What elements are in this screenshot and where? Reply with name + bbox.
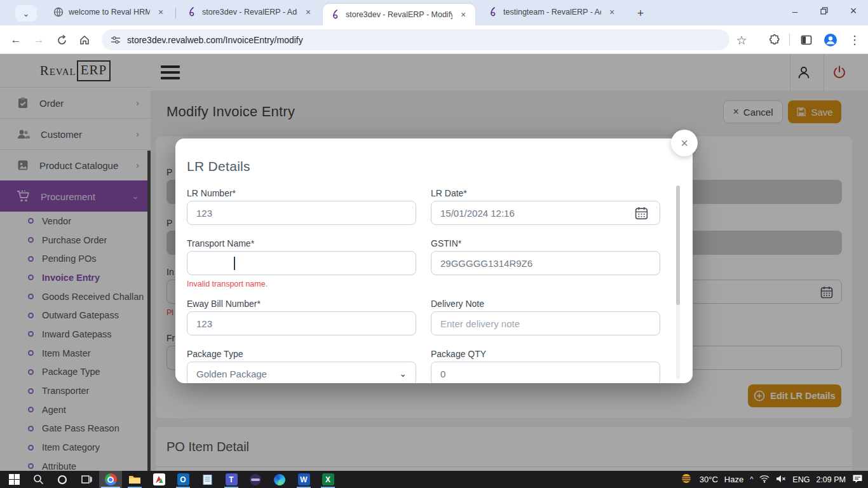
task-view-icon: [81, 474, 92, 485]
forward-button[interactable]: →: [29, 30, 48, 50]
notepad-icon: [203, 474, 212, 485]
tab-search-button[interactable]: ⌄: [15, 5, 37, 22]
lr-date-input[interactable]: [431, 201, 660, 225]
lr-number-input[interactable]: [187, 201, 416, 225]
folder-icon: [128, 474, 141, 485]
address-bar[interactable]: store3dev.revalweb.com/InvoiceEntry/modi…: [102, 29, 729, 50]
cortana-button[interactable]: [51, 471, 74, 488]
gstin-input[interactable]: [431, 251, 660, 275]
tray-language[interactable]: ENG: [792, 475, 810, 484]
eway-bill-input[interactable]: [187, 311, 416, 336]
start-button[interactable]: [3, 471, 25, 488]
chevron-down-icon: ⌄: [399, 369, 407, 379]
side-panel-icon: [801, 34, 812, 46]
wifi-icon[interactable]: [759, 475, 770, 485]
tray-condition[interactable]: Haze: [724, 475, 743, 484]
task-view-button[interactable]: [75, 471, 98, 488]
reload-icon: [57, 35, 67, 46]
package-type-value: Golden Package: [196, 369, 267, 379]
tray-clock[interactable]: 2:09 PM: [816, 475, 846, 484]
browser-tabstrip: ⌄ welcome to Reval HRMS × store3dev - Re…: [0, 0, 868, 25]
action-center-icon[interactable]: [852, 474, 863, 485]
taskbar-eclipse-icon[interactable]: [244, 471, 267, 488]
modal-close-button[interactable]: ×: [671, 130, 698, 156]
browser-tab-1[interactable]: welcome to Reval HRMS ×: [46, 0, 173, 24]
browser-tab-4[interactable]: testingteam - RevalERP - Add V ×: [480, 0, 624, 24]
volume-muted-icon[interactable]: [776, 475, 786, 485]
tab-close-button[interactable]: ×: [606, 6, 618, 18]
bookmark-star-button[interactable]: ☆: [732, 30, 751, 50]
revalerp-icon: [330, 10, 341, 20]
taskbar: O T W X 30°C Haze ^: [0, 471, 868, 488]
package-qty-label: Package QTY: [431, 349, 486, 359]
tab-close-button[interactable]: ×: [302, 6, 314, 18]
system-tray: 30°C Haze ^ ENG 2:09 PM: [679, 471, 868, 488]
globe-icon: [53, 7, 64, 17]
site-settings-icon: [111, 35, 121, 45]
taskbar-excel-icon[interactable]: X: [316, 471, 339, 488]
home-icon: [79, 34, 90, 46]
taskbar-edge-icon[interactable]: [268, 471, 291, 488]
transport-name-label: Transport Name*: [187, 238, 254, 248]
side-panel-button[interactable]: [797, 30, 816, 50]
window-minimize-button[interactable]: –: [780, 0, 810, 22]
tab-close-button[interactable]: ×: [155, 6, 166, 18]
cortana-icon: [57, 475, 67, 485]
revalerp-icon: [187, 7, 197, 17]
tab-title: store3dev - RevalERP - Add Inv: [202, 8, 297, 17]
back-button[interactable]: ←: [6, 30, 25, 50]
toolbar-separator: [789, 34, 790, 46]
profile-avatar[interactable]: [821, 30, 840, 50]
restore-icon: [820, 7, 828, 15]
window-restore-button[interactable]: [810, 0, 839, 22]
text-cursor: [234, 257, 235, 270]
browser-menu-button[interactable]: ⋮: [845, 30, 864, 50]
taskbar-media-player-icon[interactable]: [147, 471, 170, 488]
tray-temperature[interactable]: 30°C: [700, 475, 718, 484]
lr-date-label: LR Date*: [431, 188, 467, 198]
tab-close-button[interactable]: ×: [458, 9, 469, 20]
browser-tab-2[interactable]: store3dev - RevalERP - Add Inv ×: [179, 0, 320, 24]
home-button[interactable]: [75, 30, 94, 50]
modal-title: LR Details: [187, 159, 250, 174]
app-viewport: RevalERP Order › Customer › Product Cata…: [0, 54, 868, 471]
package-type-select[interactable]: Golden Package ⌄: [187, 362, 416, 383]
tab-separator: [175, 8, 176, 18]
tab-title: store3dev - RevalERP - Modify I: [346, 10, 452, 19]
chevron-down-icon: ⌄: [23, 9, 30, 18]
package-qty-input[interactable]: [431, 362, 660, 383]
transport-error-text: Invalid transport name.: [187, 280, 268, 288]
gstin-label: GSTIN*: [431, 238, 461, 248]
reload-button[interactable]: [52, 30, 71, 50]
new-tab-button[interactable]: +: [632, 5, 649, 22]
tab-title: welcome to Reval HRMS: [69, 8, 150, 17]
taskbar-outlook-icon[interactable]: O: [172, 471, 194, 488]
extensions-button[interactable]: [765, 30, 784, 50]
window-close-button[interactable]: ×: [839, 0, 868, 22]
taskbar-file-explorer-icon[interactable]: [123, 471, 146, 488]
transport-name-input[interactable]: [187, 251, 416, 275]
taskbar-teams-icon[interactable]: T: [220, 471, 243, 488]
taskbar-notepad-icon[interactable]: [196, 471, 219, 488]
delivery-note-input[interactable]: [431, 311, 660, 336]
taskbar-chrome-icon[interactable]: [99, 471, 122, 488]
browser-toolbar: ← → store3dev.revalweb.com/InvoiceEntry/…: [0, 25, 868, 54]
eway-bill-label: Eway Bill Number*: [187, 299, 261, 309]
avatar-icon: [824, 33, 837, 47]
package-type-label: Package Type: [187, 349, 243, 359]
search-icon: [33, 474, 44, 485]
close-icon: ×: [681, 136, 688, 151]
weather-icon[interactable]: [679, 473, 693, 486]
windows-icon: [9, 474, 20, 485]
taskbar-word-icon[interactable]: W: [292, 471, 315, 488]
url-text[interactable]: store3dev.revalweb.com/InvoiceEntry/modi…: [127, 35, 303, 45]
calendar-icon[interactable]: [634, 206, 649, 220]
revalerp-icon: [488, 7, 498, 17]
lr-number-label: LR Number*: [187, 188, 236, 198]
tray-chevron-up-icon[interactable]: ^: [750, 475, 753, 483]
modal-scrollbar-thumb[interactable]: [676, 186, 680, 305]
delivery-note-label: Delivery Note: [431, 299, 484, 309]
browser-tab-3-active[interactable]: store3dev - RevalERP - Modify I ×: [323, 4, 475, 25]
puzzle-icon: [769, 34, 780, 46]
taskbar-search-button[interactable]: [27, 471, 50, 488]
